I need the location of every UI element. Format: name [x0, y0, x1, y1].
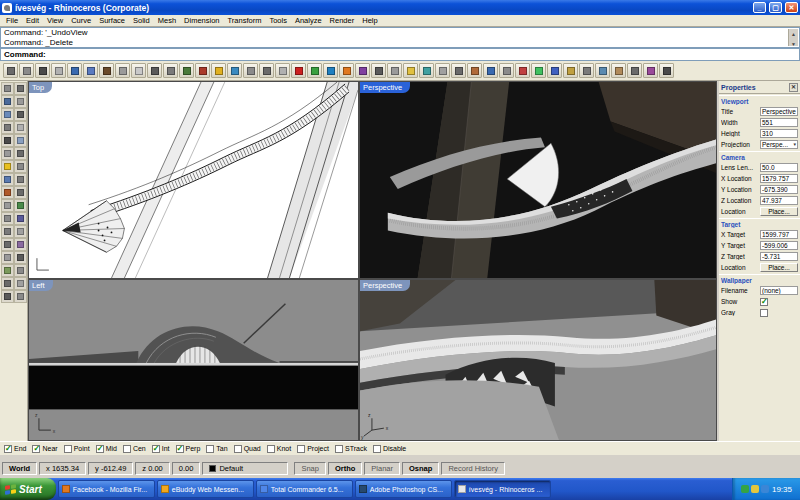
toolbar-icon[interactable] [403, 63, 418, 78]
task-button[interactable]: Total Commander 6.5... [256, 480, 353, 498]
osnap-toggle[interactable]: STrack [335, 445, 367, 453]
menu-item[interactable]: Edit [22, 16, 43, 25]
toolbar-icon[interactable] [227, 63, 242, 78]
property-value[interactable]: 1579.757 [760, 174, 798, 183]
osnap-toggle[interactable]: Project [297, 445, 329, 453]
tool-icon[interactable] [1, 108, 14, 121]
tray-icon[interactable] [761, 485, 769, 493]
task-button[interactable]: eBuddy Web Messen... [157, 480, 254, 498]
toolbar-icon[interactable] [371, 63, 386, 78]
toolbar-icon[interactable] [451, 63, 466, 78]
viewport-perspective-2[interactable]: Perspective z x y [359, 279, 717, 441]
tool-icon[interactable] [1, 95, 14, 108]
toolbar-icon[interactable] [291, 63, 306, 78]
property-checkbox[interactable] [760, 298, 768, 306]
menu-item[interactable]: Surface [95, 16, 129, 25]
viewport-label[interactable]: Top [29, 82, 52, 93]
checkbox-icon[interactable] [267, 445, 275, 453]
status-pane[interactable]: Snap [294, 462, 326, 475]
tool-icon[interactable] [1, 134, 14, 147]
toolbar-icon[interactable] [147, 63, 162, 78]
toolbar-icon[interactable] [163, 63, 178, 78]
toolbar-icon[interactable] [195, 63, 210, 78]
checkbox-icon[interactable] [335, 445, 343, 453]
tool-icon[interactable] [1, 121, 14, 134]
property-value[interactable]: 47.937 [760, 196, 798, 205]
task-button[interactable]: Facebook - Mozilla Fir... [58, 480, 155, 498]
tool-icon[interactable] [1, 173, 14, 186]
osnap-toggle[interactable]: Near [32, 445, 57, 453]
menu-item[interactable]: Render [326, 16, 359, 25]
toolbar-icon[interactable] [483, 63, 498, 78]
property-value[interactable]: -5.731 [760, 252, 798, 261]
property-value[interactable]: -675.390 [760, 185, 798, 194]
viewport-label[interactable]: Perspective [360, 82, 410, 93]
tray-icon[interactable] [741, 485, 749, 493]
command-scrollbar[interactable]: ▲ ▼ [788, 29, 798, 46]
tool-icon[interactable] [14, 212, 27, 225]
osnap-toggle[interactable]: Disable [373, 445, 406, 453]
property-checkbox[interactable] [760, 309, 768, 317]
tool-icon[interactable] [1, 212, 14, 225]
perspective2-viewport-canvas[interactable]: z x y [360, 280, 716, 440]
osnap-toggle[interactable]: Tan [206, 445, 227, 453]
toolbar-icon[interactable] [99, 63, 114, 78]
property-value[interactable]: 1599.797 [760, 230, 798, 239]
viewport-perspective-1[interactable]: Perspective [359, 81, 717, 279]
tool-icon[interactable] [14, 277, 27, 290]
minimize-button[interactable]: _ [753, 2, 766, 13]
checkbox-icon[interactable] [32, 445, 40, 453]
toolbar-icon[interactable] [83, 63, 98, 78]
toolbar-icon[interactable] [307, 63, 322, 78]
osnap-toggle[interactable]: Quad [234, 445, 261, 453]
menu-item[interactable]: Curve [67, 16, 95, 25]
toolbar-icon[interactable] [467, 63, 482, 78]
clock[interactable]: 19:35 [772, 485, 792, 494]
toolbar-icon[interactable] [19, 63, 34, 78]
toolbar-icon[interactable] [627, 63, 642, 78]
tool-icon[interactable] [14, 173, 27, 186]
tool-icon[interactable] [1, 147, 14, 160]
toolbar-icon[interactable] [3, 63, 18, 78]
tool-icon[interactable] [14, 82, 27, 95]
status-pane[interactable]: Record History [441, 462, 505, 475]
tool-icon[interactable] [1, 225, 14, 238]
status-pane[interactable]: Planar [364, 462, 400, 475]
tool-icon[interactable] [14, 186, 27, 199]
layer-cell[interactable]: Default [202, 462, 288, 475]
tool-icon[interactable] [1, 186, 14, 199]
toolbar-icon[interactable] [563, 63, 578, 78]
checkbox-icon[interactable] [234, 445, 242, 453]
toolbar-icon[interactable] [179, 63, 194, 78]
checkbox-icon[interactable] [373, 445, 381, 453]
toolbar-icon[interactable] [275, 63, 290, 78]
osnap-toggle[interactable]: Cen [123, 445, 146, 453]
tool-icon[interactable] [14, 160, 27, 173]
checkbox-icon[interactable] [206, 445, 214, 453]
tool-icon[interactable] [1, 160, 14, 173]
tool-icon[interactable] [14, 290, 27, 303]
property-value[interactable]: 310 [760, 129, 798, 138]
osnap-toggle[interactable]: Mid [96, 445, 117, 453]
toolbar-icon[interactable] [611, 63, 626, 78]
property-value[interactable]: (none) [760, 286, 798, 295]
property-value[interactable]: Perspe... [760, 140, 798, 149]
tool-icon[interactable] [1, 251, 14, 264]
tool-icon[interactable] [1, 199, 14, 212]
viewport-label[interactable]: Left [29, 280, 53, 291]
menu-item[interactable]: View [43, 16, 67, 25]
osnap-toggle[interactable]: Int [152, 445, 170, 453]
close-button[interactable]: ✕ [785, 2, 798, 13]
task-button[interactable]: ívesvég - Rhinoceros ... [454, 480, 551, 498]
status-pane[interactable]: Osnap [402, 462, 439, 475]
tray-icon[interactable] [751, 485, 759, 493]
property-value[interactable]: 50.0 [760, 163, 798, 172]
checkbox-icon[interactable] [123, 445, 131, 453]
tool-icon[interactable] [14, 225, 27, 238]
checkbox-icon[interactable] [152, 445, 160, 453]
viewport-left[interactable]: Left z x [28, 279, 359, 441]
menu-item[interactable]: Tools [265, 16, 291, 25]
tool-icon[interactable] [1, 277, 14, 290]
osnap-toggle[interactable]: Perp [176, 445, 201, 453]
toolbar-icon[interactable] [643, 63, 658, 78]
